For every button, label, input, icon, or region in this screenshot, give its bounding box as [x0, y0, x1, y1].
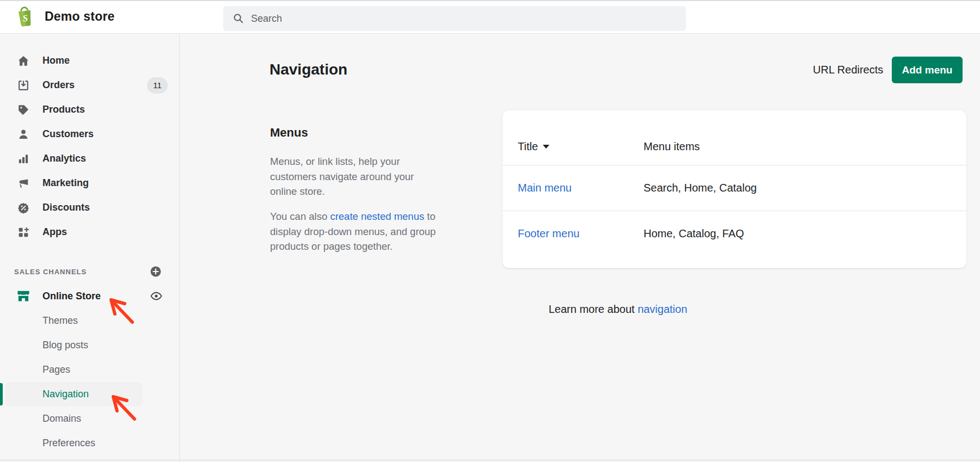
- global-search[interactable]: [223, 6, 686, 31]
- footer-help-prefix: Learn more about: [549, 303, 638, 315]
- sidebar-item-label: Home: [42, 55, 70, 66]
- sub-item-label: Domains: [42, 413, 81, 424]
- sidebar-item-label: Online Store: [42, 291, 101, 302]
- footer-menu-link[interactable]: Footer menu: [518, 227, 579, 239]
- sidebar-item-label: Discounts: [42, 202, 90, 213]
- sidebar-item-preferences[interactable]: Preferences: [0, 431, 179, 455]
- sidebar-item-blog-posts[interactable]: Blog posts: [0, 333, 179, 358]
- orders-count-badge: 11: [147, 77, 168, 94]
- sidebar-item-label: Products: [42, 104, 85, 115]
- active-indicator-bar: [0, 383, 3, 405]
- view-eye-icon[interactable]: [150, 292, 162, 300]
- apps-icon: [17, 226, 29, 238]
- sub-item-label: Themes: [42, 315, 78, 327]
- table-row: Footer menu Home, Catalog, FAQ: [503, 211, 966, 268]
- url-redirects-button[interactable]: URL Redirects: [813, 64, 883, 76]
- topbar: S Demo store: [0, 0, 980, 34]
- sidebar-item-apps[interactable]: Apps: [0, 220, 179, 244]
- main-menu-link[interactable]: Main menu: [518, 182, 572, 194]
- sub-item-label: Blog posts: [42, 340, 88, 351]
- navigation-help-link[interactable]: navigation: [638, 303, 687, 315]
- menus-table-card: Title Menu items Main menu Search, Home,…: [503, 110, 966, 268]
- sidebar-item-customers[interactable]: Customers: [0, 122, 179, 146]
- home-icon: [17, 55, 29, 67]
- orders-icon: [17, 79, 29, 91]
- sidebar-item-label: Customers: [42, 128, 94, 140]
- store-name: Demo store: [45, 9, 115, 24]
- sub-item-label: Preferences: [42, 438, 95, 449]
- products-icon: [17, 104, 29, 116]
- discounts-icon: [17, 202, 29, 214]
- table-header-row: Title Menu items: [503, 110, 966, 165]
- svg-text:S: S: [22, 13, 28, 24]
- shopify-logo-icon[interactable]: S: [15, 5, 35, 28]
- note-line: display drop-down menus, and group: [270, 224, 436, 239]
- menu-title-cell: Footer menu: [518, 227, 644, 240]
- marketing-icon: [17, 177, 29, 189]
- menus-description: Menus, or link lists, help your customer…: [270, 154, 414, 199]
- sidebar-item-label: Orders: [42, 79, 75, 91]
- menu-items-cell: Search, Home, Catalog: [644, 182, 757, 194]
- menus-nested-note: You can also create nested menus to disp…: [270, 209, 436, 254]
- menu-items-cell: Home, Catalog, FAQ: [644, 227, 744, 240]
- sales-channels-label: SALES CHANNELS: [14, 268, 87, 276]
- description-line: Menus, or link lists, help your: [270, 154, 414, 169]
- sales-channels-header: SALES CHANNELS: [0, 263, 179, 280]
- add-menu-button[interactable]: Add menu: [892, 57, 963, 83]
- create-nested-menus-link[interactable]: create nested menus: [330, 211, 424, 222]
- note-line: products or pages together.: [270, 239, 436, 254]
- column-header-menu-items: Menu items: [644, 140, 700, 153]
- menu-title-cell: Main menu: [518, 182, 644, 194]
- table-row: Main menu Search, Home, Catalog: [503, 165, 966, 211]
- search-icon: [233, 13, 244, 24]
- sidebar-item-domains[interactable]: Domains: [0, 406, 179, 431]
- sidebar-item-products[interactable]: Products: [0, 97, 179, 122]
- online-store-icon: [16, 289, 30, 303]
- sidebar-item-online-store[interactable]: Online Store: [0, 284, 179, 309]
- sidebar-item-home[interactable]: Home: [0, 48, 179, 73]
- sidebar-item-label: Analytics: [42, 153, 86, 164]
- sidebar-item-marketing[interactable]: Marketing: [0, 171, 179, 195]
- search-input[interactable]: [251, 13, 654, 24]
- sidebar-item-discounts[interactable]: Discounts: [0, 195, 179, 220]
- sub-item-label: Navigation: [42, 389, 89, 400]
- sort-caret-icon: [543, 145, 549, 149]
- menus-section-heading: Menus: [270, 126, 308, 140]
- column-header-label: Title: [518, 140, 538, 153]
- sidebar-item-orders[interactable]: Orders 11: [0, 73, 179, 97]
- sidebar-item-analytics[interactable]: Analytics: [0, 146, 179, 171]
- description-line: online store.: [270, 184, 414, 199]
- note-line: You can also create nested menus to: [270, 209, 436, 224]
- sidebar-item-label: Marketing: [42, 177, 89, 189]
- note-text: You can also: [270, 211, 330, 222]
- sidebar-item-label: Apps: [42, 226, 67, 238]
- window-bottom-edge: [0, 460, 980, 460]
- note-text: to: [424, 211, 436, 222]
- column-header-title[interactable]: Title: [518, 140, 644, 153]
- customers-icon: [17, 128, 29, 140]
- add-sales-channel-icon[interactable]: [150, 266, 161, 277]
- sidebar-item-navigation[interactable]: Navigation: [5, 382, 143, 406]
- sidebar: Home Orders 11 Products Customers Anal: [0, 34, 180, 462]
- footer-help-text: Learn more about navigation: [270, 303, 966, 316]
- window-top-edge: [0, 0, 980, 1]
- description-line: customers navigate around your: [270, 169, 414, 184]
- sidebar-item-pages[interactable]: Pages: [0, 358, 179, 382]
- sub-item-label: Pages: [42, 364, 70, 375]
- analytics-icon: [17, 153, 29, 165]
- sidebar-item-themes[interactable]: Themes: [0, 309, 179, 333]
- page-title: Navigation: [270, 61, 347, 78]
